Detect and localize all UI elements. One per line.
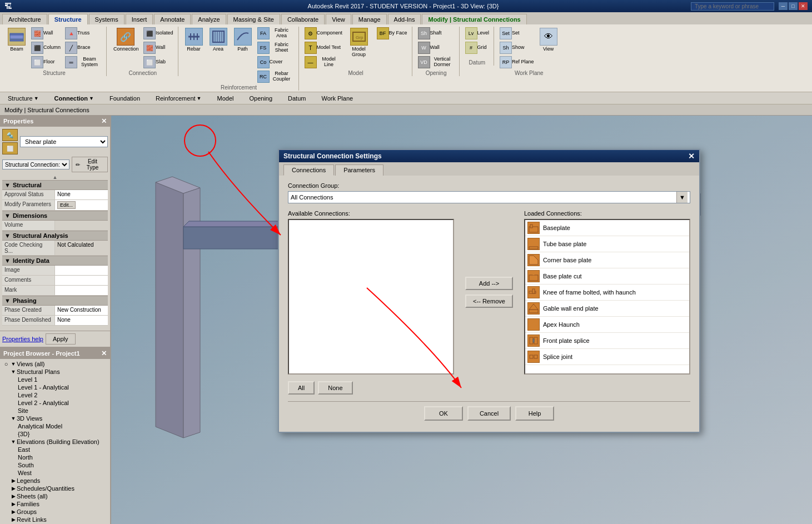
maximize-button[interactable]: □ [789, 2, 798, 10]
tab-manage[interactable]: Manage [352, 14, 387, 24]
section-structural[interactable]: ▼ Structural [2, 180, 108, 190]
properties-help-link[interactable]: Properties help [2, 336, 43, 342]
section-model[interactable]: Model [214, 94, 237, 103]
tab-insert[interactable]: Insert [126, 14, 153, 24]
tab-modify[interactable]: Modify | Structural Connections [422, 14, 526, 24]
tab-massing[interactable]: Massing & Site [227, 14, 280, 24]
none-button[interactable]: None [318, 381, 352, 395]
tree-item-schedules[interactable]: ▶ Schedules/Quantities [2, 485, 108, 492]
conn-knee-frame[interactable]: Knee of frame bolted, with haunch [525, 285, 689, 301]
ribbon-item-wall-found[interactable]: 🧱 Wall [142, 41, 175, 54]
ribbon-item-vertical-dormer[interactable]: VD Vertical Dormer [417, 56, 456, 69]
ribbon-item-model-text[interactable]: T Model Text [303, 41, 342, 54]
apply-button[interactable]: Apply [46, 333, 76, 345]
structural-conn-dropdown[interactable]: Structural Connection: [2, 159, 69, 169]
conn-apex-haunch[interactable]: Apex Haunch [525, 317, 689, 333]
ribbon-item-show[interactable]: Sh Show [499, 41, 535, 54]
all-button[interactable]: All [288, 381, 315, 395]
ribbon-item-rebar[interactable]: Rebar [183, 27, 205, 53]
section-foundation[interactable]: Foundation [106, 94, 143, 103]
conn-corner-baseplate[interactable]: Corner base plate [525, 252, 689, 268]
ribbon-item-model-line[interactable]: — Model Line [303, 56, 342, 69]
tab-annotate[interactable]: Annotate [154, 14, 191, 24]
edit-type-button[interactable]: ✏ Edit Type [72, 157, 108, 172]
dialog-tab-connections[interactable]: Connections [283, 164, 334, 176]
tree-item-revit-links[interactable]: ▶ Revit Links [2, 516, 108, 523]
tab-addins[interactable]: Add-Ins [388, 14, 421, 24]
tree-item-sheets[interactable]: ▶ Sheets (all) [2, 492, 108, 500]
ribbon-item-isolated[interactable]: ⬛ Isolated [142, 27, 175, 40]
ribbon-item-model-group[interactable]: Grp Model Group [345, 27, 373, 59]
connection-group-dropdown[interactable]: All Connections ▼ [288, 191, 690, 203]
ok-button[interactable]: OK [424, 406, 463, 421]
properties-scroll[interactable]: ▼ Structural Approval Status None Modify… [2, 180, 108, 326]
ribbon-item-brace[interactable]: ╱ Brace [64, 41, 103, 54]
section-opening[interactable]: Opening [246, 94, 276, 103]
ribbon-item-wall-open[interactable]: W Wall [417, 41, 456, 54]
tree-item-level1-analytical[interactable]: Level 1 - Analytical [2, 383, 108, 391]
tab-collaborate[interactable]: Collaborate [281, 14, 325, 24]
ribbon-item-beam-system[interactable]: ═ Beam System [64, 56, 103, 69]
ribbon-item-grid[interactable]: # Grid [464, 41, 491, 54]
search-input[interactable] [691, 2, 774, 11]
loaded-connections-listbox[interactable]: Baseplate Tube base plate [524, 219, 690, 375]
project-tree[interactable]: ○ ▼ Views (all) ▼ Structural Plans Level… [0, 359, 110, 524]
dialog-tab-parameters[interactable]: Parameters [335, 164, 383, 176]
ribbon-item-cover[interactable]: Co Cover [256, 56, 295, 69]
tab-view[interactable]: View [326, 14, 351, 24]
type-dropdown[interactable]: Shear plate [20, 136, 108, 147]
ribbon-item-by-face[interactable]: BF By Face [376, 27, 409, 40]
ribbon-item-fabric-sheet[interactable]: FS Fabric Sheet [256, 41, 295, 54]
tree-item-north[interactable]: North [2, 453, 108, 461]
conn-baseplate[interactable]: Baseplate [525, 220, 689, 236]
ribbon-item-wall[interactable]: 🧱 Wall [30, 27, 62, 40]
conn-splice-joint[interactable]: Splice joint [525, 349, 689, 365]
help-button[interactable]: Help [515, 406, 554, 421]
ribbon-item-connection[interactable]: 🔗 Connection [111, 27, 140, 53]
section-datum[interactable]: Datum [285, 94, 309, 103]
section-connection[interactable]: Connection ▼ [51, 94, 97, 103]
ribbon-item-beam[interactable]: Beam [6, 27, 28, 53]
section-workplane[interactable]: Work Plane [318, 94, 356, 103]
tree-item-west[interactable]: West [2, 469, 108, 477]
properties-close-button[interactable]: ✕ [101, 117, 107, 125]
ribbon-item-fabric-area[interactable]: FA Fabric Area [256, 27, 295, 40]
ribbon-item-path[interactable]: Path [232, 27, 254, 53]
conn-gable-wall[interactable]: Gable wall end plate [525, 301, 689, 317]
edit-params-button[interactable]: Edit... [57, 201, 76, 209]
viewport[interactable]: Structural Connection Settings ✕ Connect… [111, 116, 812, 524]
ribbon-item-rebar-coupler[interactable]: RC Rebar Coupler [256, 70, 295, 83]
tree-item-level2[interactable]: Level 2 [2, 391, 108, 399]
section-phasing[interactable]: ▼ Phasing [2, 296, 108, 306]
section-struct-analysis[interactable]: ▼ Structural Analysis [2, 231, 108, 241]
project-browser-close-button[interactable]: ✕ [101, 350, 107, 357]
section-structure[interactable]: Structure ▼ [4, 94, 42, 103]
ribbon-item-area[interactable]: Area [207, 27, 230, 53]
tree-item-groups[interactable]: ▶ Groups [2, 508, 108, 516]
section-reinforcement[interactable]: Reinforcement ▼ [152, 94, 205, 103]
tree-item-legends[interactable]: ▶ Legends [2, 477, 108, 485]
minimize-button[interactable]: ─ [779, 2, 788, 10]
tab-structure[interactable]: Structure [48, 14, 88, 24]
dropdown-arrow[interactable]: ▼ [676, 192, 688, 203]
tab-systems[interactable]: Systems [89, 14, 124, 24]
tree-item-level2-analytical[interactable]: Level 2 - Analytical [2, 399, 108, 407]
ribbon-item-slab[interactable]: ⬜ Slab [142, 56, 175, 69]
ribbon-item-shaft[interactable]: Sh Shaft [417, 27, 456, 40]
section-identity[interactable]: ▼ Identity Data [2, 256, 108, 266]
tree-item-structural-plans[interactable]: ▼ Structural Plans [2, 368, 108, 376]
tree-item-south[interactable]: South [2, 461, 108, 469]
add-button[interactable]: Add --> [465, 277, 513, 290]
tab-architecture[interactable]: Architecture [2, 14, 47, 24]
section-dimensions[interactable]: ▼ Dimensions [2, 211, 108, 221]
tree-item-elevations[interactable]: ▼ Elevations (Building Elevation) [2, 438, 108, 446]
ribbon-item-viewer[interactable]: 👁 View [537, 27, 560, 53]
remove-button[interactable]: <-- Remove [465, 295, 513, 308]
tree-item-families[interactable]: ▶ Families [2, 500, 108, 508]
ribbon-item-set[interactable]: Set Set [499, 27, 535, 40]
ribbon-item-column[interactable]: ⬛ Column [30, 41, 62, 54]
available-connections-listbox[interactable] [288, 219, 454, 375]
dialog[interactable]: Structural Connection Settings ✕ Connect… [278, 149, 700, 433]
tree-item-level1[interactable]: Level 1 [2, 376, 108, 383]
tree-item-site[interactable]: Site [2, 407, 108, 415]
